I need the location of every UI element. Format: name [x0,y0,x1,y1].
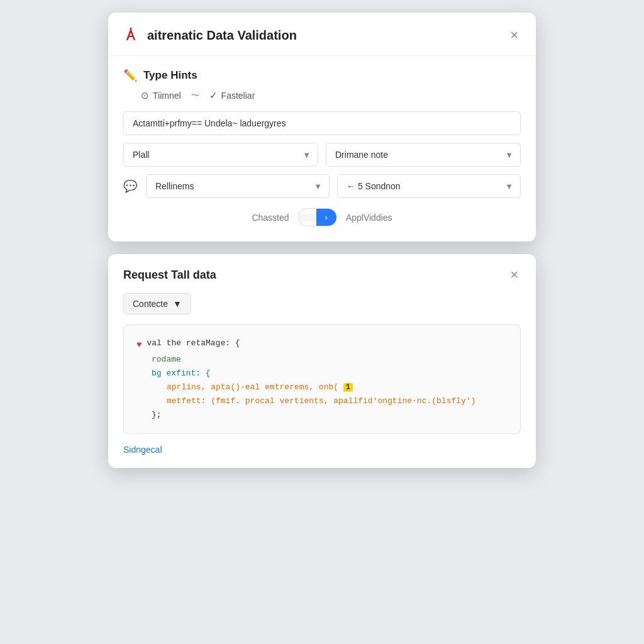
dropdown4[interactable]: ← 5 Sondnon Option 2 [337,174,521,198]
modal-body: ✏️ Type Hints ⊙ Tiimnel 〜 ✓ Fasteliar Pl… [108,56,536,242]
brand-icon [121,25,141,45]
apply-label: ApplViddies [346,213,392,223]
tiimnel-icon: ⊙ [141,90,149,101]
main-input[interactable] [123,111,521,135]
code-block: ♥ val the retaMage: { rodame bg exfint: … [123,325,521,434]
code-line-5: metfett: (fmif. procal vertients, apallf… [136,394,508,408]
dropdown1[interactable]: Plall Option 2 [123,143,318,167]
dropdown3[interactable]: Rellinems Option 2 [146,174,330,198]
code-bg-exfint: bg exfint: { [152,369,211,378]
sub-item-tiimnel[interactable]: ⊙ Tiimnel [141,90,181,101]
modal-header: aitrenatic Data Validation × [108,13,536,56]
second-dropdowns-row: 💬 Rellinems Option 2 ▼ ← 5 Sondnon Optio… [123,174,521,198]
code-badge: 1 [343,383,353,392]
dropdown1-wrap: Plall Option 2 ▼ [123,143,318,167]
section-header: ✏️ Type Hints [123,69,521,82]
code-rodame: rodame [152,355,181,364]
section-icon: ✏️ [123,69,137,82]
contecte-arrow-icon: ▼ [173,299,182,309]
divider-icon: 〜 [191,90,199,101]
dropdown3-wrap: Rellinems Option 2 ▼ [146,174,330,198]
sub-items-row: ⊙ Tiimnel 〜 ✓ Fasteliar [141,90,521,101]
fasteliar-label: Fasteliar [221,91,255,101]
code-line-6: }; [136,408,508,422]
code-closing: }; [152,410,162,419]
section-title: Type Hints [143,69,197,82]
code-line-1: ♥ val the retaMage: { [136,336,508,353]
row-comment-icon: 💬 [123,179,137,193]
toggle-off-label: Chassted [252,213,289,223]
toggle-row: Chassted › ApplViddies [123,208,521,226]
contecte-label: Contecte [133,299,168,309]
modal2-header: Request Tall data × [108,254,536,293]
tiimnel-label: Tiimnel [153,91,181,101]
modal2-title: Request Tall data [123,269,216,282]
dropdown2[interactable]: Drimane note Option 2 [326,143,521,167]
code-line-3: bg exfint: { [136,367,508,380]
modal2-body: Contecte ▼ ♥ val the retaMage: { rodame … [108,293,536,468]
first-dropdowns-row: Plall Option 2 ▼ Drimane note Option 2 ▼ [123,143,521,167]
code-text-1: val the retaMage: { [147,336,240,350]
code-line-2: rodame [136,353,508,367]
code-aprlins: aprlins, apta()-eal emtrerems, onb( [167,382,343,392]
data-validation-modal: aitrenatic Data Validation × ✏️ Type Hin… [108,13,536,242]
sidngecal-link[interactable]: Sidngecal [123,445,162,455]
modal2-close-button[interactable]: × [508,265,521,284]
fasteliar-icon: ✓ [209,90,218,101]
code-metfett: metfett: (fmif. procal vertients, apallf… [167,396,475,406]
request-data-modal: Request Tall data × Contecte ▼ ♥ val the… [108,254,536,468]
dropdown2-wrap: Drimane note Option 2 ▼ [326,143,521,167]
sub-item-fasteliar[interactable]: ✓ Fasteliar [209,90,255,101]
modal-close-button[interactable]: × [508,26,521,45]
toggle-off-button[interactable] [299,214,316,221]
modal-title: aitrenatic Data Validation [147,28,297,43]
dropdown4-wrap: ← 5 Sondnon Option 2 ▼ [337,174,521,198]
modal-title-row: aitrenatic Data Validation [121,25,297,45]
toggle-container[interactable]: › [298,208,337,226]
heart-icon: ♥ [136,338,142,353]
contecte-dropdown[interactable]: Contecte ▼ [123,293,191,314]
code-line-4: aprlins, apta()-eal emtrerems, onb( 1 [136,380,508,394]
toggle-on-button[interactable]: › [316,209,336,226]
code-val: val the retaMage: { [147,338,240,348]
